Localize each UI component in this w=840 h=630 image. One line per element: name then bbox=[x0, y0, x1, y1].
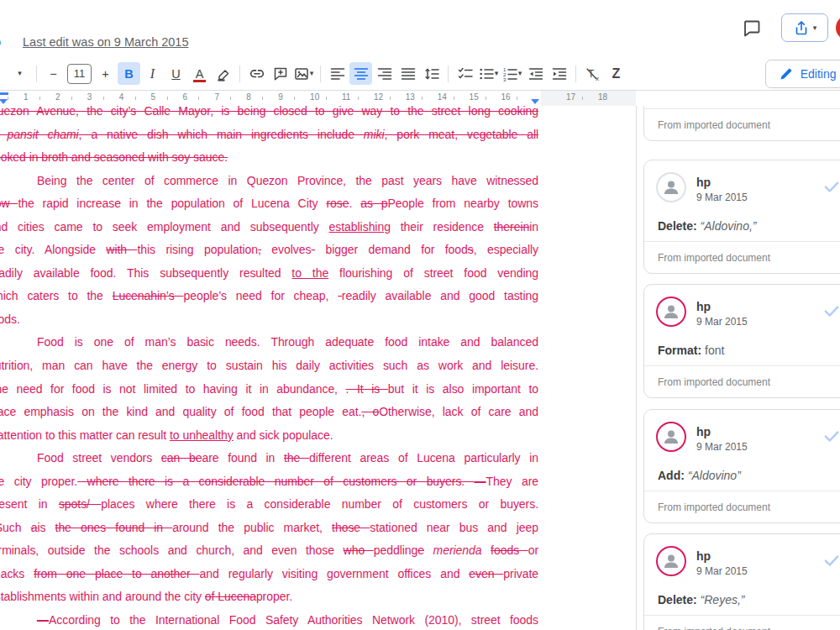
text-segment[interactable]: foods. bbox=[0, 312, 20, 326]
text-segment[interactable]: now bbox=[0, 197, 18, 210]
accept-suggestion-button[interactable] bbox=[822, 427, 840, 447]
text-segment[interactable]: and cities came to seek employment and s… bbox=[0, 220, 329, 234]
insert-image-button[interactable]: ▾ bbox=[292, 62, 315, 85]
text-segment[interactable]: who bbox=[344, 543, 374, 557]
text-line[interactable]: the city. Alongside with this rising pop… bbox=[0, 239, 538, 262]
text-line[interactable]: Food street vendors can beare found in t… bbox=[0, 447, 538, 470]
text-segment[interactable]: Being the center of commerce in Quezon P… bbox=[37, 174, 538, 187]
text-segment[interactable]: to the bbox=[291, 266, 328, 280]
align-right-button[interactable] bbox=[373, 62, 396, 85]
text-line[interactable]: Being the center of commerce in Quezon P… bbox=[0, 170, 538, 193]
text-line[interactable]: place emphasis on the kind and quality o… bbox=[0, 401, 538, 424]
text-line[interactable]: which caters to the Lucenahin’s people’s… bbox=[0, 285, 538, 308]
text-segment[interactable]: Lucenahin’s bbox=[113, 289, 184, 302]
text-line[interactable]: now the rapid increase in the population… bbox=[0, 192, 538, 216]
text-segment[interactable]: bigger demand for food bbox=[315, 243, 468, 256]
text-segment[interactable]: . It is bbox=[346, 382, 388, 396]
text-segment[interactable]: is bbox=[37, 521, 55, 534]
text-segment[interactable]: and regularly visiting government office… bbox=[200, 567, 470, 580]
text-color-button[interactable]: A bbox=[188, 62, 211, 85]
text-segment[interactable]: this rising population bbox=[137, 243, 258, 256]
text-segment[interactable]: snacks bbox=[0, 567, 34, 580]
justify-button[interactable] bbox=[396, 62, 419, 85]
text-segment[interactable]: People from nearby towns bbox=[387, 197, 538, 210]
text-segment[interactable]: and sick populace. bbox=[234, 428, 333, 442]
line-spacing-button[interactable] bbox=[420, 62, 443, 85]
text-line[interactable]: Food is one of man’s basic needs. Throug… bbox=[0, 331, 538, 354]
text-segment[interactable]: pansit chami bbox=[8, 128, 79, 141]
left-indent-marker[interactable] bbox=[0, 99, 8, 104]
text-segment[interactable]: e bbox=[417, 543, 424, 557]
account-avatar[interactable] bbox=[836, 15, 840, 40]
text-segment[interactable]: place emphasis on the kind and quality o… bbox=[0, 405, 361, 418]
text-segment[interactable]: the city proper. bbox=[0, 475, 77, 488]
text-segment[interactable]: , pork meat, vegetable all bbox=[385, 128, 538, 141]
underline-button[interactable]: U bbox=[165, 62, 187, 85]
text-segment[interactable]: , a native dish which main ingredients i… bbox=[79, 128, 364, 141]
text-segment[interactable]: merienda bbox=[433, 543, 482, 557]
editing-mode-button[interactable]: Editing ▾ bbox=[765, 60, 840, 88]
zoom-dropdown[interactable]: ▾ bbox=[8, 62, 31, 85]
text-line[interactable]: —According to the International Food Saf… bbox=[0, 609, 538, 630]
text-segment[interactable]: cooked in broth and seasoned with soy sa… bbox=[0, 150, 228, 164]
align-center-button[interactable] bbox=[349, 62, 372, 85]
text-line[interactable]: readily available food. This subsequentl… bbox=[0, 262, 538, 286]
text-segment[interactable]: rose bbox=[326, 197, 349, 210]
first-line-indent-marker[interactable] bbox=[0, 92, 8, 95]
text-segment[interactable]: s bbox=[468, 243, 474, 256]
text-segment[interactable]: , especially bbox=[474, 243, 538, 256]
text-segment[interactable]: from one place to another bbox=[34, 567, 199, 580]
text-line[interactable]: of pansit chami, a native dish which mai… bbox=[0, 123, 538, 147]
highlight-color-button[interactable] bbox=[212, 62, 234, 85]
text-segment[interactable]: stationed near bus and jeep bbox=[370, 521, 538, 534]
bulleted-list-button[interactable]: ▾ bbox=[477, 62, 500, 85]
share-button[interactable]: ▾ bbox=[781, 13, 828, 42]
text-segment[interactable]: flourishing of street food vending bbox=[328, 266, 538, 280]
italic-button[interactable]: I bbox=[141, 62, 164, 85]
text-line[interactable]: foods. bbox=[0, 308, 538, 332]
text-line[interactable]: cooked in broth and seasoned with soy sa… bbox=[0, 146, 538, 170]
font-size-increase-button[interactable]: + bbox=[94, 62, 117, 85]
text-segment[interactable]: with bbox=[106, 243, 137, 256]
text-segment[interactable]: — bbox=[37, 613, 49, 627]
text-segment[interactable]: the rapid increase in the population of … bbox=[18, 197, 326, 210]
text-segment[interactable]: people’s need for cheap, bbox=[183, 289, 338, 302]
document-text[interactable]: Quezon Avenue, the city’s Calle Mayor, i… bbox=[0, 100, 538, 630]
font-size-input[interactable]: 11 bbox=[67, 64, 92, 84]
text-segment[interactable]: Such bbox=[0, 521, 31, 534]
text-segment[interactable]: places where there is a considerable num… bbox=[101, 497, 538, 511]
paragraph[interactable]: Food is one of man’s basic needs. Throug… bbox=[0, 331, 538, 447]
text-segment[interactable]: therein bbox=[494, 220, 529, 234]
suggestion-card[interactable]: hp9 Mar 2015Delete: “Reyes,”From importe… bbox=[643, 533, 840, 630]
text-segment[interactable]: peddling bbox=[374, 543, 418, 557]
add-comment-button[interactable] bbox=[269, 62, 291, 85]
text-segment[interactable]: miki bbox=[364, 128, 385, 141]
text-segment[interactable]: They are bbox=[486, 475, 538, 488]
text-segment[interactable]: of bbox=[0, 128, 8, 141]
text-segment[interactable]: are found in bbox=[202, 451, 284, 465]
text-segment[interactable]: but it is also important to bbox=[388, 382, 538, 396]
paragraph[interactable]: Quezon Avenue, the city’s Calle Mayor, i… bbox=[0, 100, 538, 170]
clear-formatting-button[interactable]: Tx bbox=[581, 62, 604, 85]
decrease-indent-button[interactable] bbox=[524, 62, 547, 85]
text-line[interactable]: present in spots/ places where there is … bbox=[0, 493, 538, 517]
text-segment[interactable]: the city. Alongside bbox=[0, 243, 106, 256]
text-segment[interactable]: Otherwise, lack of care and bbox=[379, 405, 538, 418]
text-line[interactable]: the city proper. where there is a consid… bbox=[0, 470, 538, 494]
text-segment[interactable]: their residence bbox=[391, 220, 494, 234]
last-edit-link[interactable]: Last edit was on 9 March 2015 bbox=[23, 35, 188, 49]
text-line[interactable]: and cities came to seek employment and s… bbox=[0, 216, 538, 239]
text-segment[interactable]: even bbox=[469, 567, 503, 580]
insert-link-button[interactable] bbox=[245, 62, 268, 85]
increase-indent-button[interactable] bbox=[548, 62, 570, 85]
numbered-list-button[interactable]: 123 ▾ bbox=[501, 62, 523, 85]
text-segment[interactable]: can be bbox=[161, 451, 202, 465]
text-segment[interactable]: According to the International Food Safe… bbox=[49, 613, 538, 627]
text-line[interactable]: snacks from one place to another and reg… bbox=[0, 563, 538, 586]
text-line[interactable]: establishments within and around the cit… bbox=[0, 585, 538, 609]
paragraph[interactable]: Being the center of commerce in Quezon P… bbox=[0, 170, 538, 332]
bold-button[interactable]: B bbox=[118, 62, 140, 85]
text-line[interactable]: nutrition, man can have the energy to su… bbox=[0, 354, 538, 378]
text-segment[interactable]: spots/ bbox=[59, 497, 101, 511]
suggestion-card[interactable]: hp9 Mar 2015Add: “Aldovino”From imported… bbox=[643, 409, 840, 523]
